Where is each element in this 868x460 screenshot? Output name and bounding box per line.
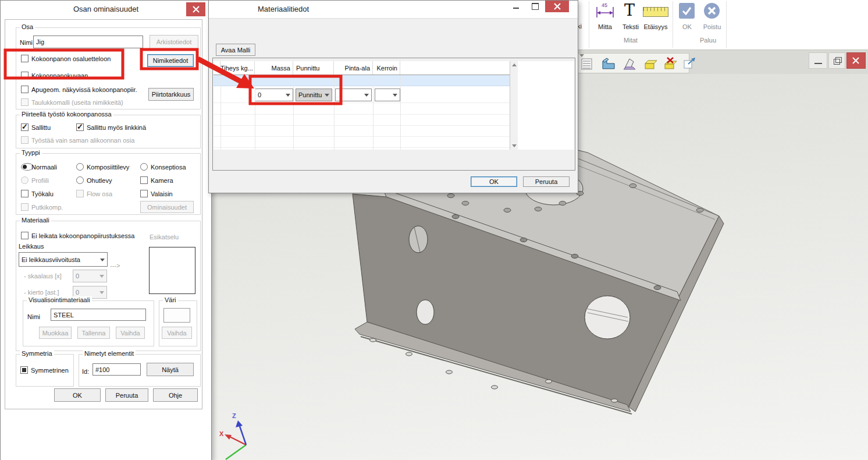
maximize-icon [532, 3, 539, 10]
nayta-button[interactable]: Näytä [147, 363, 194, 376]
muokkaa-button[interactable]: Muokkaa [39, 327, 72, 339]
close-icon [192, 5, 200, 13]
chevron-down-icon [99, 291, 104, 294]
visualisointi-nimi-input[interactable] [51, 309, 146, 321]
solid-part-icon[interactable] [601, 56, 616, 72]
nimi-input[interactable] [33, 36, 143, 48]
mdi-restore-button[interactable] [828, 52, 845, 69]
chevron-down-icon [364, 94, 369, 97]
avaa-malli-button[interactable]: Avaa Malli [216, 44, 255, 56]
col-header-massa[interactable]: Massa [255, 61, 293, 75]
dialog2-ok-button[interactable]: OK [471, 176, 517, 187]
chevron-down-icon[interactable] [579, 54, 584, 57]
massa-dropdown[interactable]: 0 [255, 89, 293, 101]
dialog2-peruuta-button[interactable]: Peruuta [523, 176, 570, 187]
axis-x-label: X [219, 430, 223, 437]
chevron-down-icon [99, 275, 104, 278]
sheet-bend-icon[interactable] [622, 56, 638, 72]
export-arrow-icon[interactable] [682, 56, 698, 72]
dialog1-peruuta-button[interactable]: Peruuta [105, 388, 148, 402]
dialog1-title: Osan ominaisuudet [1, 5, 211, 13]
dialog1-ohje-button[interactable]: Ohje [153, 388, 198, 402]
pintaala-dropdown[interactable] [335, 89, 372, 101]
esikatselu-label: Esikatselu [150, 233, 179, 240]
arkistotiedot-button[interactable]: Arkistotiedot [150, 35, 198, 49]
box-delete-icon[interactable] [663, 56, 678, 72]
dialog2-maximize-button[interactable] [526, 1, 544, 12]
ominaisuudet-button[interactable]: Ominaisuudet [140, 201, 194, 213]
punnittu-dropdown[interactable]: Punnittu [296, 89, 332, 101]
kokoonpanon-osaluetteloon-checkbox[interactable] [21, 55, 29, 62]
scroll-down-icon[interactable] [512, 144, 517, 147]
ruler-icon [643, 7, 668, 17]
id-input[interactable] [93, 363, 141, 376]
tyokalu-checkbox[interactable] [21, 190, 29, 197]
ei-leikata-checkbox[interactable] [21, 232, 29, 239]
skaalaus-select: 0 [73, 270, 107, 282]
application-window: X Z ki 45 Mitta T Teksti Etäisyys [0, 0, 868, 460]
teksti-button[interactable]: T Teksti [619, 1, 642, 31]
nimiketiedot-button[interactable]: Nimiketiedot [147, 54, 194, 67]
dimension-icon: 45 [595, 2, 616, 21]
dialog2-titlebar[interactable]: Materiaalitiedot [209, 1, 578, 19]
valaisin-checkbox[interactable] [140, 190, 148, 197]
osan-ominaisuudet-dialog: Osan ominaisuudet Osa Nimi Arkistotiedot… [0, 0, 212, 460]
col-header-kerroin[interactable]: Kerroin [373, 61, 400, 75]
material-table: Tiheys kg... Massa Punnittu Pinta-ala Ke… [214, 61, 574, 150]
materiaalitiedot-dialog: Materiaalitiedot Avaa Malli Tiheys kg...… [208, 0, 578, 193]
dialog1-ok-button[interactable]: OK [54, 388, 101, 402]
mdi-minimize-button[interactable] [809, 52, 827, 69]
axis-z-label: Z [232, 412, 236, 419]
dialog2-minimize-button[interactable] [507, 1, 525, 12]
taulukkomalli-checkbox [21, 98, 29, 106]
close-icon [847, 53, 865, 68]
dialog2-title: Materiaalitiedot [258, 5, 309, 13]
tallenna-button[interactable]: Tallenna [77, 327, 110, 339]
col-header-blank[interactable] [214, 61, 220, 75]
ribbon: ki 45 Mitta T Teksti Etäisyys Mitat [572, 0, 868, 51]
flow-osa-checkbox [76, 190, 84, 197]
apugeom-checkbox[interactable] [21, 86, 29, 93]
tyosta-vain-checkbox [21, 136, 29, 144]
col-header-punnittu[interactable]: Punnittu [293, 61, 334, 75]
mdi-close-button[interactable] [846, 52, 866, 69]
minimize-icon [513, 8, 519, 9]
close-icon [553, 2, 561, 10]
box-icon[interactable] [643, 56, 659, 72]
kerroin-dropdown[interactable] [375, 89, 400, 101]
putkikomp-checkbox [21, 203, 29, 211]
kamera-checkbox[interactable] [140, 176, 148, 184]
sallittu-checkbox[interactable] [21, 123, 29, 131]
komposiittilevy-radio[interactable] [76, 163, 84, 171]
ohutlevy-radio[interactable] [76, 176, 84, 184]
vaihda-materiaali-button[interactable]: Vaihda [116, 327, 145, 339]
chevron-down-icon [325, 94, 329, 97]
dialog1-titlebar[interactable]: Osan ominaisuudet [1, 1, 211, 18]
piirtotarkkuus-button[interactable]: Piirtotarkkuus [148, 88, 194, 101]
leikkaus-select[interactable]: Ei leikkausviivoitusta [19, 252, 108, 267]
part-list-icon[interactable] [581, 58, 593, 70]
sallittu-linkkina-checkbox[interactable] [76, 123, 84, 131]
dialog2-close-button[interactable] [545, 1, 569, 12]
mitta-button[interactable]: 45 Mitta [592, 1, 618, 31]
symmetrinen-checkbox[interactable] [20, 366, 28, 374]
text-icon: T [624, 1, 635, 19]
col-header-tiheys[interactable]: Tiheys kg... [220, 61, 255, 75]
etaisyys-button[interactable]: Etäisyys [641, 1, 670, 31]
chevron-down-icon [393, 94, 397, 97]
kokoonpanokuvaan-checkbox[interactable] [21, 72, 29, 79]
vaihda-vari-button[interactable]: Vaihda [162, 327, 192, 339]
dialog1-close-button[interactable] [186, 2, 205, 16]
preview-box [149, 247, 195, 294]
col-header-pintaala[interactable]: Pinta-ala [334, 61, 373, 75]
ribbon-poistu-button[interactable]: Poistu [699, 1, 725, 31]
chevron-down-icon [100, 259, 105, 261]
color-swatch[interactable] [163, 308, 190, 323]
group-vari: Väri [159, 300, 197, 346]
table-row-selected[interactable] [214, 75, 510, 86]
ribbon-group-mitat: Mitat [613, 37, 648, 44]
table-scrollbar[interactable] [510, 61, 518, 150]
konseptiosa-radio[interactable] [140, 163, 148, 171]
scroll-up-icon[interactable] [512, 63, 517, 66]
ribbon-ok-button[interactable]: OK [677, 1, 697, 31]
